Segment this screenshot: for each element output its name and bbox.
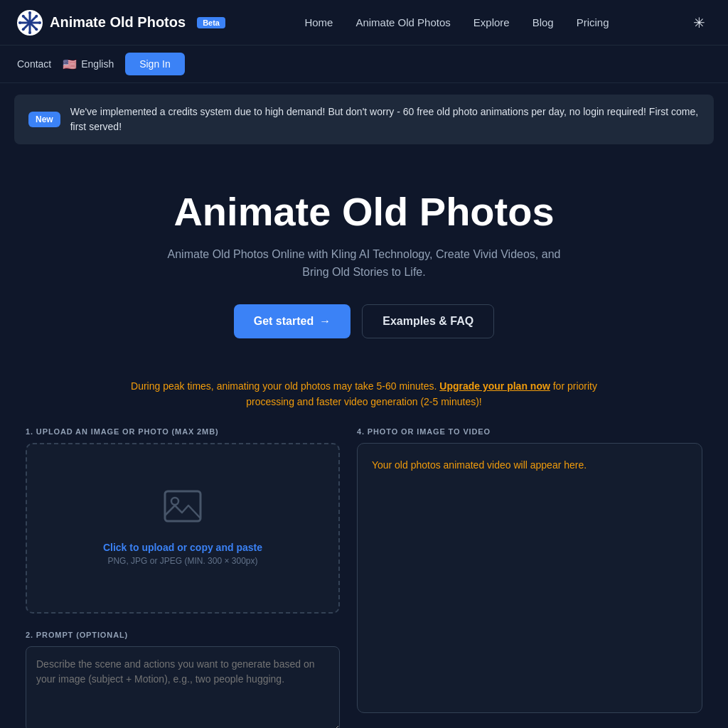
svg-point-11 <box>35 14 38 17</box>
upload-image-icon <box>164 490 202 530</box>
upload-click-text: Click to upload or copy and paste <box>103 542 262 553</box>
flag-icon: 🇺🇸 <box>63 58 77 71</box>
beta-badge: Beta <box>197 17 225 28</box>
contact-link[interactable]: Contact <box>17 58 51 70</box>
nav-pricing[interactable]: Pricing <box>577 16 609 28</box>
prompt-section-label: 2. PROMPT (OPTIONAL) <box>26 631 340 639</box>
left-panel: 1. UPLOAD AN IMAGE OR PHOTO (MAX 2MB) Cl… <box>26 427 340 728</box>
language-label: English <box>81 58 114 70</box>
svg-point-14 <box>171 498 178 505</box>
svg-point-10 <box>35 28 38 31</box>
header: Animate Old Photos Beta Home Animate Old… <box>0 0 728 46</box>
svg-point-6 <box>28 31 31 34</box>
hero-buttons: Get started → Examples & FAQ <box>17 304 711 338</box>
sub-header: Contact 🇺🇸 English Sign In <box>0 46 728 83</box>
examples-faq-button[interactable]: Examples & FAQ <box>362 304 494 338</box>
upload-format-text: PNG, JPG or JPEG (MIN. 300 × 300px) <box>107 556 257 566</box>
upload-section-label: 1. UPLOAD AN IMAGE OR PHOTO (MAX 2MB) <box>26 427 340 436</box>
svg-point-5 <box>28 11 31 14</box>
upgrade-link[interactable]: Upgrade your plan now <box>439 380 550 392</box>
svg-point-9 <box>22 14 25 17</box>
video-section-label: 4. PHOTO OR IMAGE TO VIDEO <box>357 427 702 436</box>
new-badge: New <box>28 112 60 127</box>
nav-animate[interactable]: Animate Old Photos <box>355 16 450 28</box>
svg-point-8 <box>38 21 41 24</box>
peak-notice: During peak times, animating your old ph… <box>115 378 613 410</box>
header-right: ✳ <box>688 11 711 34</box>
banner-text: We've implemented a credits system due t… <box>70 105 700 134</box>
nav-blog[interactable]: Blog <box>532 16 554 28</box>
language-selector[interactable]: 🇺🇸 English <box>63 58 114 71</box>
svg-point-12 <box>22 28 25 31</box>
nav-home[interactable]: Home <box>304 16 333 28</box>
sign-in-button[interactable]: Sign In <box>125 53 185 75</box>
video-preview-area: Your old photos animated video will appe… <box>357 443 702 713</box>
hero-subtitle: Animate Old Photos Online with Kling AI … <box>158 245 570 282</box>
svg-point-7 <box>18 21 21 24</box>
svg-rect-13 <box>165 491 200 521</box>
hero-title: Animate Old Photos <box>17 190 711 234</box>
peak-notice-text: During peak times, animating your old ph… <box>131 380 597 407</box>
main-nav: Home Animate Old Photos Explore Blog Pri… <box>304 16 609 28</box>
logo-area: Animate Old Photos Beta <box>17 10 225 36</box>
arrow-right-icon: → <box>319 315 331 328</box>
hero-section: Animate Old Photos Animate Old Photos On… <box>0 156 728 361</box>
main-content: 1. UPLOAD AN IMAGE OR PHOTO (MAX 2MB) Cl… <box>9 427 719 728</box>
app-title: Animate Old Photos <box>50 14 186 31</box>
video-preview-text: Your old photos animated video will appe… <box>372 458 587 473</box>
logo-icon <box>17 10 43 36</box>
announcement-banner: New We've implemented a credits system d… <box>14 95 714 144</box>
right-panel: 4. PHOTO OR IMAGE TO VIDEO Your old phot… <box>357 427 702 728</box>
prompt-textarea[interactable] <box>26 646 340 728</box>
upload-area[interactable]: Click to upload or copy and paste PNG, J… <box>26 443 340 614</box>
nav-explore[interactable]: Explore <box>473 16 510 28</box>
theme-toggle-button[interactable]: ✳ <box>688 11 711 34</box>
get-started-button[interactable]: Get started → <box>234 304 350 338</box>
